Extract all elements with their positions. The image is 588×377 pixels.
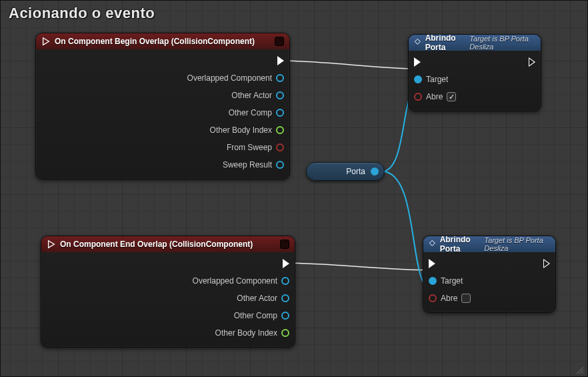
exec-row	[414, 53, 535, 71]
node-event-end-overlap[interactable]: On Component End Overlap (CollisionCompo…	[41, 236, 295, 348]
delegate-pin[interactable]	[280, 240, 289, 249]
node-subtitle: Target is BP Porta Desliza	[469, 35, 535, 51]
object-pin-icon	[281, 277, 289, 285]
resize-handle[interactable]	[575, 366, 585, 375]
output-pin-other-comp[interactable]: Other Comp	[41, 104, 284, 121]
node-title: Abrindo Porta	[440, 235, 481, 254]
pin-label: Other Actor	[231, 91, 272, 100]
node-header[interactable]: Abrindo Porta Target is BP Porta Desliza	[409, 35, 541, 51]
node-title: Abrindo Porta	[425, 33, 466, 52]
pin-label: Target	[426, 75, 448, 84]
object-pin-icon	[281, 312, 289, 320]
bool-pin-icon	[429, 294, 437, 302]
node-body: Overlapped Component Other Actor Other C…	[36, 49, 289, 179]
object-pin-icon[interactable]	[371, 167, 379, 175]
pin-label: Overlapped Component	[187, 73, 272, 83]
output-pin-other-actor[interactable]: Other Actor	[41, 87, 284, 104]
object-pin-icon	[429, 277, 437, 285]
bool-checkbox[interactable]: ✓	[447, 92, 456, 101]
output-pin-other-actor[interactable]: Other Actor	[47, 290, 289, 307]
bool-pin-icon	[276, 143, 284, 151]
event-icon	[41, 37, 51, 46]
pin-label: Overlapped Component	[193, 276, 277, 286]
function-icon	[414, 38, 421, 47]
output-pin-exec[interactable]	[47, 255, 289, 272]
node-subtitle: Target is BP Porta Desliza	[484, 236, 550, 252]
object-pin-icon	[281, 294, 289, 302]
exec-out-icon	[277, 56, 284, 65]
input-pin-abre[interactable]: Abre	[429, 290, 550, 307]
blueprint-graph[interactable]: Acionando o evento On Component Begin Ov…	[0, 0, 588, 377]
node-header[interactable]: On Component Begin Overlap (CollisionCom…	[36, 33, 289, 49]
input-pin-target[interactable]: Target	[414, 71, 535, 88]
object-pin-icon	[276, 161, 284, 169]
pin-label: Abre	[426, 92, 443, 101]
pin-label: Other Comp	[234, 311, 277, 320]
output-pin-overlapped-component[interactable]: Overlapped Component	[47, 272, 289, 290]
variable-label: Porta	[346, 167, 365, 176]
delegate-pin[interactable]	[275, 37, 284, 46]
pin-label: Other Actor	[237, 294, 277, 303]
node-title: On Component Begin Overlap (CollisionCom…	[55, 37, 271, 46]
object-pin-icon	[414, 75, 422, 83]
output-pin-sweep-result[interactable]: Sweep Result	[41, 156, 284, 173]
output-pin-other-body-index[interactable]: Other Body Index	[41, 121, 284, 139]
struct-pin-icon	[281, 329, 289, 337]
node-func-abrindo-porta-bottom[interactable]: Abrindo Porta Target is BP Porta Desliza…	[423, 236, 556, 313]
exec-in-icon[interactable]	[414, 57, 421, 67]
node-title: On Component End Overlap (CollisionCompo…	[60, 240, 276, 249]
object-pin-icon	[276, 109, 284, 117]
pin-label: Other Body Index	[215, 328, 277, 338]
output-pin-from-sweep[interactable]: From Sweep	[41, 139, 284, 156]
output-pin-other-body-index[interactable]: Other Body Index	[47, 324, 289, 342]
pin-label: Other Body Index	[210, 125, 272, 135]
bool-pin-icon	[414, 93, 422, 101]
pin-label: Other Comp	[229, 108, 272, 117]
output-pin-overlapped-component[interactable]: Overlapped Component	[41, 69, 284, 87]
pin-label: From Sweep	[227, 143, 272, 152]
exec-out-icon[interactable]	[543, 259, 550, 268]
exec-out-icon	[283, 259, 289, 268]
node-header[interactable]: Abrindo Porta Target is BP Porta Desliza	[423, 236, 555, 252]
output-pin-other-comp[interactable]: Other Comp	[47, 307, 289, 324]
input-pin-target[interactable]: Target	[429, 272, 550, 290]
graph-title: Acionando o evento	[9, 5, 155, 22]
pin-label: Target	[441, 276, 463, 286]
exec-out-icon[interactable]	[529, 57, 535, 67]
node-body: Target Abre ✓	[409, 51, 541, 111]
node-body: Target Abre	[423, 252, 555, 312]
bool-checkbox[interactable]	[461, 294, 471, 303]
exec-row	[429, 255, 550, 272]
input-pin-abre[interactable]: Abre ✓	[414, 88, 535, 105]
function-icon	[429, 240, 436, 249]
svg-marker-0	[43, 38, 49, 45]
object-pin-icon	[276, 74, 284, 82]
node-header[interactable]: On Component End Overlap (CollisionCompo…	[41, 236, 295, 252]
event-icon	[47, 240, 56, 249]
svg-marker-1	[49, 241, 55, 248]
exec-in-icon[interactable]	[429, 259, 435, 268]
node-func-abrindo-porta-top[interactable]: Abrindo Porta Target is BP Porta Desliza…	[408, 34, 541, 111]
pin-label: Abre	[441, 294, 457, 303]
struct-pin-icon	[276, 126, 284, 134]
output-pin-exec[interactable]	[41, 52, 284, 69]
node-variable-porta[interactable]: Porta	[306, 162, 385, 181]
node-event-begin-overlap[interactable]: On Component Begin Overlap (CollisionCom…	[35, 33, 290, 179]
object-pin-icon	[276, 91, 284, 99]
node-body: Overlapped Component Other Actor Other C…	[41, 252, 295, 347]
pin-label: Sweep Result	[223, 160, 272, 169]
